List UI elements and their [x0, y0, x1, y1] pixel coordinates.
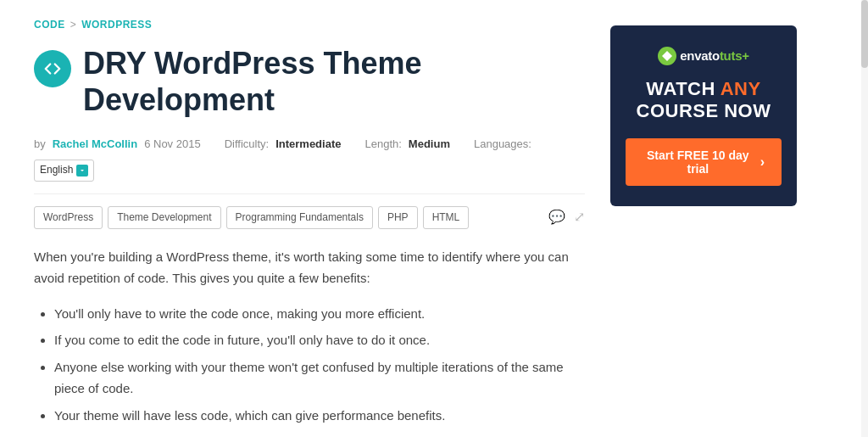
dropdown-arrow-icon [76, 165, 88, 176]
article-meta: by Rachel McCollin 6 Nov 2015 Difficulty… [34, 136, 585, 194]
intro-paragraph: When you're building a WordPress theme, … [34, 246, 585, 289]
envato-logo-icon [658, 47, 676, 65]
ad-headline: WATCH ANY COURSE NOW [626, 78, 782, 123]
ad-cta-label: Start FREE 10 day trial [643, 148, 754, 176]
author-link[interactable]: Rachel McCollin [53, 136, 137, 154]
scrollbar-thumb[interactable] [861, 0, 868, 68]
ad-cta-button[interactable]: Start FREE 10 day trial › [626, 138, 782, 186]
article-date: 6 Nov 2015 [144, 136, 201, 154]
length-label: Length: [364, 136, 401, 154]
tag-programming-fundamentals[interactable]: Programming Fundamentals [226, 206, 373, 229]
list-item: Your theme will have less code, which ca… [54, 405, 585, 427]
tags-actions: 💬 ⤢ [548, 206, 585, 228]
scrollbar-track[interactable] [861, 0, 868, 437]
article-title-row: DRY WordPress Theme Development [34, 45, 585, 118]
code-icon [34, 50, 71, 87]
breadcrumb-separator: > [70, 17, 77, 33]
list-item: If you come to edit the code in future, … [54, 329, 585, 351]
benefits-list: You'll only have to write the code once,… [54, 303, 585, 427]
language-value: English [40, 162, 73, 178]
length-value: Medium [409, 136, 450, 154]
ad-cta-arrow-icon: › [760, 154, 765, 170]
difficulty-label: Difficulty: [225, 136, 270, 154]
ad-logo-text: envatotuts+ [680, 46, 748, 66]
tags-row: WordPress Theme Development Programming … [34, 206, 585, 229]
breadcrumb: CODE > WORDPRESS [34, 17, 585, 33]
share-icon[interactable]: ⤢ [574, 206, 585, 228]
tag-php[interactable]: PHP [378, 206, 418, 229]
article-body: When you're building a WordPress theme, … [34, 246, 585, 437]
breadcrumb-code-link[interactable]: CODE [34, 17, 65, 33]
ad-banner: envatotuts+ WATCH ANY COURSE NOW Start F… [610, 25, 797, 206]
breadcrumb-wordpress-link[interactable]: WORDPRESS [81, 17, 152, 33]
ad-logo: envatotuts+ [626, 46, 782, 66]
tag-theme-development[interactable]: Theme Development [108, 206, 220, 229]
tag-wordpress[interactable]: WordPress [34, 206, 103, 229]
difficulty-value: Intermediate [275, 136, 341, 154]
list-item: You'll only have to write the code once,… [54, 303, 585, 325]
tag-html[interactable]: HTML [423, 206, 470, 229]
by-label: by [34, 136, 46, 154]
comment-icon[interactable]: 💬 [548, 206, 565, 228]
language-dropdown[interactable]: English [34, 160, 94, 181]
list-item: Anyone else working with your theme won'… [54, 356, 585, 400]
sidebar: envatotuts+ WATCH ANY COURSE NOW Start F… [610, 17, 797, 437]
article-title: DRY WordPress Theme Development [83, 45, 585, 118]
languages-label: Languages: [474, 136, 531, 154]
